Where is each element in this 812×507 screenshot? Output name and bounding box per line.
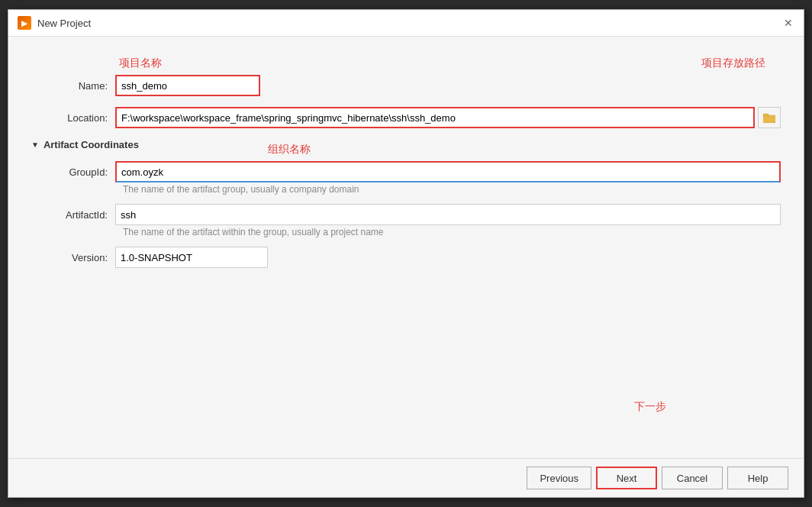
location-input[interactable] bbox=[115, 107, 755, 128]
version-row: Version: bbox=[31, 247, 781, 268]
name-row: 项目名称 Name: 项目存放路径 bbox=[31, 75, 781, 96]
groupid-hint: The name of the artifact group, usually … bbox=[123, 184, 781, 195]
artifact-section-label: Artifact Coordinates bbox=[44, 139, 139, 150]
annotation-location-path: 项目存放路径 bbox=[701, 57, 765, 70]
location-label: Location: bbox=[31, 112, 115, 124]
new-project-dialog: ▶ New Project ✕ 项目名称 Name: 项目存放路径 Locati… bbox=[8, 9, 804, 498]
location-row: Location: bbox=[31, 107, 781, 128]
artifactid-hint: The name of the artifact within the grou… bbox=[123, 227, 781, 237]
window-title: New Project bbox=[37, 18, 91, 29]
dialog-footer: Previous Next Cancel Help bbox=[8, 458, 804, 497]
svg-rect-0 bbox=[763, 115, 775, 123]
groupid-label: GroupId: bbox=[31, 166, 115, 178]
version-label: Version: bbox=[31, 252, 115, 263]
name-label: Name: bbox=[31, 80, 115, 92]
dialog-content: 项目名称 Name: 项目存放路径 Location: ▼ Artifact C… bbox=[8, 37, 804, 458]
annotation-group-name: 组织名称 bbox=[268, 143, 311, 157]
section-arrow-icon: ▼ bbox=[31, 140, 39, 149]
help-button[interactable]: Help bbox=[727, 467, 788, 489]
version-input[interactable] bbox=[115, 247, 268, 268]
app-icon: ▶ bbox=[18, 16, 31, 30]
groupid-input[interactable] bbox=[115, 161, 781, 182]
close-button[interactable]: ✕ bbox=[782, 17, 794, 29]
next-button[interactable]: Next bbox=[596, 467, 657, 489]
artifactid-input[interactable] bbox=[115, 204, 781, 225]
folder-browse-button[interactable] bbox=[758, 107, 781, 128]
title-bar-left: ▶ New Project bbox=[18, 16, 91, 30]
artifactid-row: ArtifactId: bbox=[31, 204, 781, 225]
artifact-section-header[interactable]: ▼ Artifact Coordinates bbox=[31, 139, 781, 150]
svg-rect-1 bbox=[763, 114, 768, 116]
cancel-button[interactable]: Cancel bbox=[662, 467, 723, 489]
annotation-project-name: 项目名称 bbox=[119, 57, 162, 70]
name-input[interactable] bbox=[115, 75, 260, 96]
previous-button[interactable]: Previous bbox=[527, 467, 591, 489]
groupid-row: 组织名称 GroupId: bbox=[31, 161, 781, 182]
annotation-next-step: 下一步 bbox=[634, 400, 666, 414]
artifactid-label: ArtifactId: bbox=[31, 209, 115, 221]
title-bar: ▶ New Project ✕ bbox=[8, 10, 804, 37]
